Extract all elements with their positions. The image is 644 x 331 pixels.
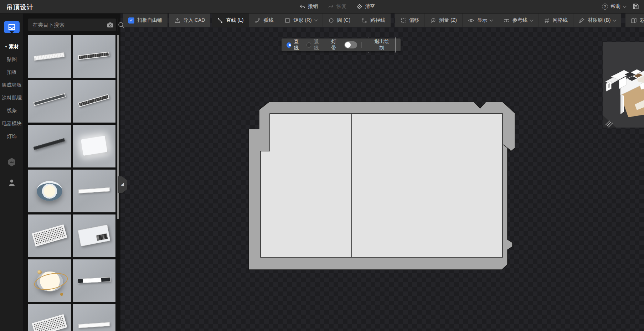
line-tool-button[interactable]: 直线 (L) bbox=[212, 14, 249, 27]
reference-line-button[interactable]: 参考线 bbox=[498, 14, 539, 27]
vip-hexagon-button[interactable] bbox=[0, 157, 24, 167]
left-icon-rail: ▼ 素材 贴图 扣板 集成墙板 涂料肌理 线条 电器模块 灯饰 bbox=[0, 14, 24, 331]
thumbnail-slot-diffuser[interactable] bbox=[28, 80, 71, 123]
clear-label: 清空 bbox=[365, 3, 375, 10]
material-library-button[interactable] bbox=[4, 21, 20, 33]
room-area[interactable] bbox=[261, 114, 503, 257]
brush-icon bbox=[579, 17, 585, 24]
save-button[interactable] bbox=[633, 3, 639, 10]
grid-icon bbox=[544, 17, 550, 24]
menu-label: 素材 bbox=[9, 43, 19, 50]
sidebar-item-dengshi[interactable]: 灯饰 bbox=[0, 130, 24, 143]
offset-tool-button[interactable]: 偏移 bbox=[395, 14, 425, 27]
search-submit-icon[interactable] bbox=[117, 19, 125, 31]
offset-icon bbox=[400, 17, 406, 24]
thumbnail-perforated-grille[interactable] bbox=[28, 214, 71, 257]
search-input[interactable] bbox=[28, 19, 103, 31]
thumbnail-perforated-grille[interactable] bbox=[28, 304, 71, 331]
line-type-radio-straight[interactable]: 直线 bbox=[287, 38, 302, 51]
draw-tools-group: 直线 (L) 弧线 矩形 (R) bbox=[212, 14, 391, 27]
menu-label: 贴图 bbox=[7, 56, 17, 63]
thumbnail-glow-panel-light[interactable] bbox=[73, 125, 115, 167]
eraser-icon bbox=[356, 4, 362, 10]
ceiling-design-app: 直线 弧线 灯带 退出绘制 bbox=[0, 0, 644, 331]
triangle-down-icon: ▼ bbox=[5, 45, 7, 48]
thumbnail-bath-heater-unit[interactable] bbox=[73, 214, 115, 257]
arc-tool-label: 弧线 bbox=[263, 17, 273, 24]
chevron-down-icon bbox=[530, 18, 533, 22]
undo-icon bbox=[299, 4, 305, 10]
display-menu-button[interactable]: 显示 bbox=[463, 14, 498, 27]
radio-selected-icon bbox=[287, 42, 291, 48]
thumbnail-slim-linear-light[interactable] bbox=[73, 259, 115, 302]
rect-tool-button[interactable]: 矩形 (R) bbox=[279, 14, 323, 27]
sidebar-item-xiantiao[interactable]: 线条 bbox=[0, 104, 24, 117]
thumbnail-round-ceiling-lamp-blue[interactable] bbox=[28, 170, 71, 212]
titlebar-right: ? 帮助 bbox=[602, 0, 639, 13]
image-search-camera-icon[interactable] bbox=[103, 22, 117, 28]
draw-options-panel: 直线 弧线 灯带 退出绘制 bbox=[282, 38, 401, 51]
menu-label: 集成墙板 bbox=[2, 82, 22, 88]
thumbnail-slim-recessed-panel[interactable] bbox=[73, 170, 115, 212]
rect-tool-icon bbox=[284, 17, 290, 24]
sidebar-item-dianqimokuai[interactable]: 电器模块 bbox=[0, 117, 24, 130]
reference-line-label: 参考线 bbox=[512, 17, 527, 24]
material-panel bbox=[24, 14, 120, 331]
user-account-button[interactable] bbox=[0, 179, 24, 187]
grid-line-button[interactable]: 网格线 bbox=[539, 14, 573, 27]
menu-label: 电器模块 bbox=[2, 120, 22, 127]
thumbnail-linear-light-black[interactable] bbox=[28, 125, 71, 167]
path-line-label: 路径线 bbox=[370, 17, 385, 24]
measure-label: 测量 (Z) bbox=[439, 17, 457, 24]
path-line-tool-button[interactable]: 路径线 bbox=[356, 14, 391, 27]
thumbnail-linear-grille-dark[interactable] bbox=[73, 35, 115, 78]
import-group: 导入 CAD bbox=[169, 14, 210, 27]
help-menu[interactable]: ? 帮助 bbox=[602, 3, 625, 10]
drawing-canvas[interactable]: 直线 弧线 灯带 退出绘制 bbox=[120, 14, 644, 331]
color-map-label: 彩图 bbox=[640, 17, 644, 24]
undo-button[interactable]: 撤销 bbox=[299, 3, 318, 10]
3d-preview-window[interactable] bbox=[603, 42, 644, 128]
sidebar-item-tietu[interactable]: 贴图 bbox=[0, 53, 24, 66]
map-icon bbox=[631, 17, 637, 24]
chevron-down-icon bbox=[489, 18, 493, 22]
path-line-icon bbox=[361, 17, 367, 24]
free-tile-checkbox[interactable]: ✓ 扣板自由铺 bbox=[123, 14, 168, 27]
arc-tool-button[interactable]: 弧线 bbox=[249, 14, 279, 27]
rect-tool-label: 矩形 (R) bbox=[293, 17, 311, 24]
thumbnail-slim-recessed-panel[interactable] bbox=[73, 304, 115, 331]
circle-tool-label: 圆 (C) bbox=[337, 17, 350, 24]
clear-button[interactable]: 清空 bbox=[356, 3, 375, 10]
thumbnail-linear-diffuser-white[interactable] bbox=[28, 35, 71, 78]
thumbnail-round-ceiling-lamp-gold[interactable] bbox=[28, 259, 71, 302]
color-map-button[interactable]: 彩图 bbox=[625, 14, 644, 27]
measure-tool-button[interactable]: 测量 (Z) bbox=[425, 14, 463, 27]
line-type-radio-arc[interactable]: 弧线 bbox=[306, 38, 322, 51]
radio-label: 直线 bbox=[294, 38, 302, 51]
sidebar-item-kouban[interactable]: 扣板 bbox=[0, 66, 24, 79]
line-tool-label: 直线 (L) bbox=[226, 17, 243, 24]
sidebar-item-tuliaojili[interactable]: 涂料肌理 bbox=[0, 92, 24, 104]
menu-label: 扣板 bbox=[7, 69, 17, 76]
thumbnail-linear-grille-dark[interactable] bbox=[73, 80, 115, 123]
sidebar-item-sucai[interactable]: ▼ 素材 bbox=[0, 40, 24, 53]
free-tile-group: ✓ 扣板自由铺 bbox=[123, 14, 168, 27]
exit-draw-button[interactable]: 退出绘制 bbox=[368, 37, 396, 53]
radio-unselected-icon bbox=[306, 42, 311, 48]
display-label: 显示 bbox=[477, 17, 487, 24]
material-brush-button[interactable]: 材质刷 (B) bbox=[573, 14, 622, 27]
ceiling-plan-drawing[interactable] bbox=[120, 14, 644, 331]
tools-toolbar: ✓ 扣板自由铺 导入 CAD 直线 (L) bbox=[123, 14, 644, 27]
light-strip-toggle[interactable] bbox=[344, 41, 357, 48]
menu-label: 涂料肌理 bbox=[2, 95, 22, 101]
redo-button[interactable]: 恢复 bbox=[328, 3, 346, 10]
undo-label: 撤销 bbox=[308, 3, 318, 10]
import-cad-button[interactable]: 导入 CAD bbox=[169, 14, 210, 27]
chevron-down-icon bbox=[623, 4, 627, 8]
circle-tool-button[interactable]: 圆 (C) bbox=[323, 14, 356, 27]
thumbnail-grid bbox=[28, 35, 116, 331]
divider bbox=[0, 140, 24, 140]
sidebar-item-jichengqiangban[interactable]: 集成墙板 bbox=[0, 79, 24, 92]
view-mode-group: 彩图 bbox=[625, 14, 644, 27]
title-bar: 吊顶设计 撤销 恢复 bbox=[0, 0, 644, 14]
